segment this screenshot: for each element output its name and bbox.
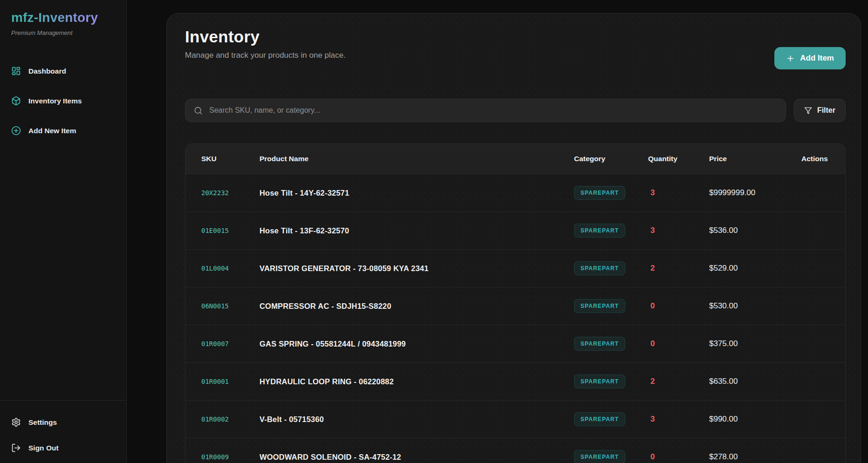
sign-out-icon	[11, 443, 21, 453]
product-name-cell: WOODWARD SOLENOID - SA-4752-12	[260, 453, 574, 462]
product-name-cell: VARISTOR GENERATOR - 73-08059 KYA 2341	[260, 264, 574, 273]
price-cell: $635.00	[709, 377, 801, 386]
sku-cell: 01L0004	[185, 265, 260, 272]
app-subtitle: Premium Management	[11, 29, 115, 36]
toolbar: Filter	[185, 99, 846, 122]
page-subtitle: Manage and track your products in one pl…	[185, 51, 346, 60]
table-row[interactable]: 20X2232 Hose Tilt - 14Y-62-32571 SPAREPA…	[185, 174, 845, 211]
category-badge: SPAREPART	[574, 337, 625, 351]
quantity-cell: 2	[648, 377, 709, 386]
circle-plus-icon	[11, 126, 21, 136]
table-row[interactable]: 01R0007 GAS SPRING - 05581244L / 0943481…	[185, 325, 845, 362]
search-box[interactable]	[185, 99, 786, 122]
product-name-cell: V-Belt - 05715360	[260, 415, 574, 424]
category-badge: SPAREPART	[574, 299, 625, 313]
brand: mfz-Inventory Premium Management	[0, 0, 126, 36]
category-badge: SPAREPART	[574, 412, 625, 426]
column-header-category: Category	[574, 155, 648, 163]
category-cell: SPAREPART	[574, 374, 648, 388]
add-item-label: Add Item	[800, 54, 834, 63]
card-header: Inventory Manage and track your products…	[185, 27, 846, 69]
add-item-button[interactable]: Add Item	[774, 47, 846, 69]
category-cell: SPAREPART	[574, 186, 648, 200]
inventory-table: SKU Product Name Category Quantity Price…	[185, 143, 846, 463]
sidebar-item-sign-out[interactable]: Sign Out	[0, 437, 126, 458]
sidebar-item-inventory-items[interactable]: Inventory Items	[0, 90, 126, 111]
page-title: Inventory	[185, 27, 346, 46]
sidebar-nav: Dashboard Inventory Items Add New Item	[0, 61, 126, 141]
product-name-cell: Hose Tilt - 14Y-62-32571	[260, 189, 574, 197]
table-row[interactable]: 01L0004 VARISTOR GENERATOR - 73-08059 KY…	[185, 249, 845, 287]
quantity-cell: 2	[648, 264, 709, 273]
category-badge: SPAREPART	[574, 450, 625, 463]
category-cell: SPAREPART	[574, 412, 648, 426]
product-name-cell: GAS SPRING - 05581244L / 0943481999	[260, 340, 574, 348]
product-name-cell: HYDRAULIC LOOP RING - 06220882	[260, 377, 574, 386]
sku-cell: 01R0009	[185, 453, 260, 461]
table-body: 20X2232 Hose Tilt - 14Y-62-32571 SPAREPA…	[185, 174, 845, 463]
sidebar: mfz-Inventory Premium Management Dashboa…	[0, 0, 127, 463]
price-cell: $536.00	[709, 226, 801, 235]
dashboard-icon	[11, 66, 21, 76]
column-header-actions: Actions	[801, 155, 845, 163]
box-icon	[11, 96, 21, 106]
category-badge: SPAREPART	[574, 186, 625, 200]
sidebar-footer: Settings Sign Out	[0, 400, 126, 463]
sku-cell: 01R0001	[185, 378, 260, 385]
table-row[interactable]: 06N0015 COMPRESSOR AC - SDJH15-S8220 SPA…	[185, 287, 845, 325]
sku-cell: 01R0007	[185, 340, 260, 347]
table-header-row: SKU Product Name Category Quantity Price…	[185, 144, 845, 174]
table-row[interactable]: 01R0002 V-Belt - 05715360 SPAREPART 3 $9…	[185, 400, 845, 438]
sku-cell: 01E0015	[185, 227, 260, 234]
sidebar-item-label: Sign Out	[28, 444, 59, 452]
price-cell: $9999999.00	[709, 188, 801, 197]
filter-label: Filter	[817, 106, 835, 115]
category-cell: SPAREPART	[574, 337, 648, 351]
product-name-cell: COMPRESSOR AC - SDJH15-S8220	[260, 302, 574, 311]
search-input[interactable]	[209, 106, 777, 115]
quantity-cell: 0	[648, 452, 709, 462]
table-row[interactable]: 01R0001 HYDRAULIC LOOP RING - 06220882 S…	[185, 362, 845, 400]
price-cell: $530.00	[709, 301, 801, 311]
category-badge: SPAREPART	[574, 374, 625, 388]
plus-icon	[786, 54, 795, 63]
app-root: mfz-Inventory Premium Management Dashboa…	[0, 0, 868, 463]
category-cell: SPAREPART	[574, 450, 648, 463]
sidebar-item-label: Add New Item	[28, 127, 76, 135]
quantity-cell: 3	[648, 226, 709, 235]
sku-cell: 01R0002	[185, 415, 260, 423]
title-block: Inventory Manage and track your products…	[185, 27, 346, 60]
filter-button[interactable]: Filter	[794, 99, 846, 122]
filter-icon	[804, 107, 812, 115]
column-header-sku: SKU	[185, 155, 260, 163]
category-cell: SPAREPART	[574, 224, 648, 238]
price-cell: $990.00	[709, 415, 801, 424]
gear-icon	[11, 417, 21, 427]
column-header-price: Price	[709, 155, 801, 163]
category-cell: SPAREPART	[574, 299, 648, 313]
column-header-product-name: Product Name	[260, 155, 574, 163]
sidebar-item-dashboard[interactable]: Dashboard	[0, 61, 126, 82]
main-content: Inventory Manage and track your products…	[127, 0, 868, 463]
quantity-cell: 0	[648, 339, 709, 348]
price-cell: $375.00	[709, 339, 801, 348]
sidebar-item-add-new-item[interactable]: Add New Item	[0, 120, 126, 141]
sku-cell: 20X2232	[185, 189, 260, 197]
sku-cell: 06N0015	[185, 302, 260, 310]
quantity-cell: 0	[648, 301, 709, 311]
category-cell: SPAREPART	[574, 261, 648, 275]
sidebar-item-label: Dashboard	[28, 67, 66, 75]
column-header-quantity: Quantity	[648, 155, 709, 163]
search-icon	[194, 106, 203, 115]
sidebar-item-settings[interactable]: Settings	[0, 412, 126, 433]
table-row[interactable]: 01R0009 WOODWARD SOLENOID - SA-4752-12 S…	[185, 438, 845, 463]
table-row[interactable]: 01E0015 Hose Tilt - 13F-62-32570 SPAREPA…	[185, 211, 845, 249]
price-cell: $529.00	[709, 264, 801, 273]
sidebar-item-label: Settings	[28, 418, 57, 427]
product-name-cell: Hose Tilt - 13F-62-32570	[260, 226, 574, 235]
quantity-cell: 3	[648, 188, 709, 197]
category-badge: SPAREPART	[574, 224, 625, 238]
app-title: mfz-Inventory	[11, 10, 115, 25]
quantity-cell: 3	[648, 415, 709, 424]
category-badge: SPAREPART	[574, 261, 625, 275]
